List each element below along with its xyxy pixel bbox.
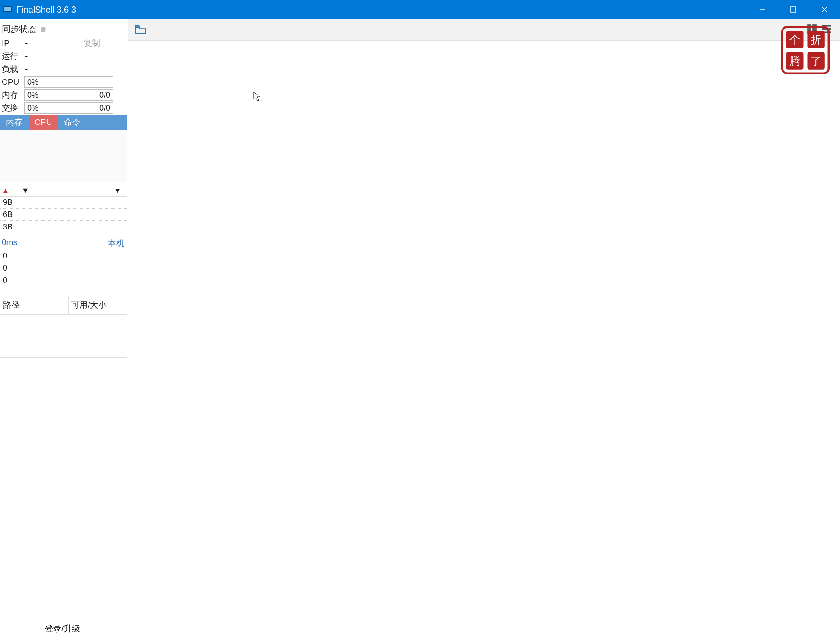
maximize-button[interactable] bbox=[778, 0, 809, 19]
cpu-percent: 0% bbox=[27, 78, 38, 87]
tab-memory[interactable]: 内存 bbox=[0, 115, 29, 130]
run-value: - bbox=[25, 51, 28, 61]
ping-row: 0 bbox=[0, 250, 127, 262]
swap-ratio: 0/0 bbox=[99, 104, 110, 113]
monitor-tabs: 内存 CPU 命令 bbox=[0, 115, 127, 130]
net-row: 9B bbox=[0, 197, 127, 209]
mem-label: 内存 bbox=[2, 89, 22, 101]
cpu-meter: 0% bbox=[24, 76, 113, 88]
svg-rect-4 bbox=[791, 7, 796, 12]
network-dropdown[interactable]: ▼ bbox=[114, 187, 121, 195]
statusbar: 登录/升级 bbox=[0, 620, 840, 637]
swap-label: 交换 bbox=[2, 102, 22, 114]
open-folder-button[interactable] bbox=[134, 23, 147, 36]
close-button[interactable] bbox=[809, 0, 840, 19]
svg-rect-2 bbox=[6, 13, 9, 13]
main-area: 个 折 腾 了 bbox=[128, 19, 840, 620]
copy-button[interactable]: 复制 bbox=[84, 38, 100, 49]
cpu-graph bbox=[0, 130, 127, 182]
mem-ratio: 0/0 bbox=[99, 91, 110, 100]
disk-table-body bbox=[0, 315, 127, 358]
ip-value: - bbox=[25, 38, 28, 48]
mem-meter: 0% 0/0 bbox=[24, 89, 113, 101]
net-row: 6B bbox=[0, 209, 127, 221]
ping-row: 0 bbox=[0, 262, 127, 274]
tab-command[interactable]: 命令 bbox=[58, 115, 86, 130]
window-title: FinalShell 3.6.3 bbox=[16, 5, 76, 15]
run-label: 运行 bbox=[2, 51, 22, 62]
load-value: - bbox=[25, 64, 28, 74]
network-chart: 9B 6B 3B bbox=[0, 196, 127, 233]
watermark-stamp: 个 折 腾 了 bbox=[781, 26, 830, 74]
ping-row: 0 bbox=[0, 274, 127, 287]
tab-cpu[interactable]: CPU bbox=[29, 115, 58, 130]
svg-text:折: 折 bbox=[811, 34, 821, 45]
swap-meter: 0% 0/0 bbox=[24, 102, 113, 114]
cpu-label: CPU bbox=[2, 77, 22, 87]
ping-host[interactable]: 本机 bbox=[108, 238, 124, 249]
svg-text:了: 了 bbox=[811, 55, 821, 67]
app-icon bbox=[3, 4, 13, 15]
swap-percent: 0% bbox=[27, 104, 38, 113]
upload-icon: ▲ bbox=[2, 186, 10, 195]
disk-table-header: 路径 可用/大小 bbox=[0, 296, 127, 315]
ping-chart: 0 0 0 bbox=[0, 250, 127, 287]
ping-value: 0ms bbox=[2, 238, 17, 249]
minimize-button[interactable] bbox=[747, 0, 778, 19]
svg-text:腾: 腾 bbox=[789, 55, 800, 67]
disk-col-size: 可用/大小 bbox=[69, 296, 127, 314]
load-label: 负载 bbox=[2, 64, 22, 75]
mem-percent: 0% bbox=[27, 91, 38, 100]
titlebar: FinalShell 3.6.3 bbox=[0, 0, 840, 19]
cursor-icon bbox=[253, 92, 261, 102]
sidebar: 同步状态 IP - 复制 运行 - 负载 - CPU 0% bbox=[0, 19, 128, 620]
network-header: ▲ ▼ ▼ bbox=[0, 182, 127, 196]
svg-rect-1 bbox=[4, 7, 11, 11]
sync-status-label: 同步状态 bbox=[2, 23, 36, 35]
download-icon: ▼ bbox=[22, 186, 29, 195]
ip-label: IP bbox=[2, 38, 22, 48]
sync-status-indicator bbox=[41, 27, 46, 32]
main-toolbar bbox=[128, 19, 840, 41]
net-row: 3B bbox=[0, 221, 127, 233]
login-upgrade-link[interactable]: 登录/升级 bbox=[45, 623, 80, 634]
disk-col-path: 路径 bbox=[0, 296, 69, 314]
svg-text:个: 个 bbox=[789, 34, 800, 45]
